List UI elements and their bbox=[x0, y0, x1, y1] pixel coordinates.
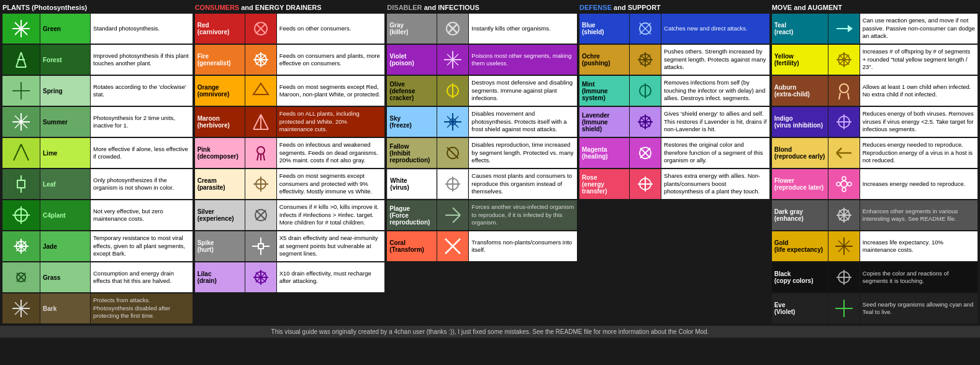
spring-name: Spring bbox=[40, 76, 90, 106]
lavender-name: Lavender(Immune shield) bbox=[579, 107, 629, 137]
red-name: Red(carnivore) bbox=[195, 14, 245, 44]
plant-spring: Spring Rotates according to the 'clockwi… bbox=[2, 76, 193, 106]
bark-color bbox=[2, 293, 40, 323]
svg-line-44 bbox=[253, 114, 261, 129]
plant-green: Green Standard photosynthesis. bbox=[2, 14, 193, 44]
forest-desc: Improved photosynthesis if this plant to… bbox=[91, 45, 193, 75]
yellow-desc: Increases # of offspring by # of segment… bbox=[860, 45, 978, 75]
blond-desc: Reduces energy needed to reproduce. Repr… bbox=[860, 138, 978, 168]
eve-icon bbox=[834, 298, 854, 318]
lavender-icon-box bbox=[630, 107, 661, 137]
auburn-desc: Allows at least 1 own child when infecte… bbox=[860, 76, 978, 106]
plant-leaf: Leaf Only photosynthesizes if the organi… bbox=[2, 169, 193, 199]
darkgray-desc: Enhances other segments in various inter… bbox=[860, 200, 978, 230]
defense-mint: Mint(Immune system) Removes infections f… bbox=[579, 76, 769, 106]
svg-point-131 bbox=[837, 182, 840, 186]
blue-desc: Catches new and direct attacks. bbox=[661, 14, 769, 44]
white-icon-box bbox=[437, 169, 468, 199]
yellow-name: Yellow(fertility) bbox=[772, 45, 828, 75]
plant-summer: Summer Photosynthesis for 2 time units, … bbox=[2, 107, 193, 137]
move-intro-name: Teal(react) bbox=[772, 14, 828, 44]
yellow-icon-box bbox=[828, 45, 860, 75]
plant-c4plant: C4plant Not very effective, but zero mai… bbox=[2, 200, 193, 230]
lime-icon bbox=[11, 143, 31, 163]
pink-desc: Feeds on infectious and weakened segment… bbox=[277, 138, 385, 168]
plague-icon bbox=[443, 205, 463, 225]
leaf-name: Leaf bbox=[40, 169, 90, 199]
silver-icon bbox=[251, 205, 271, 225]
disabler-fallow: Fallow(Inhibit reproduction) Disables re… bbox=[387, 138, 577, 168]
spring-icon bbox=[11, 81, 31, 101]
ochre-icon bbox=[635, 50, 655, 70]
svg-line-15 bbox=[14, 144, 21, 160]
summer-color bbox=[2, 107, 40, 137]
gold-icon bbox=[834, 236, 854, 256]
pink-icon-box bbox=[245, 138, 276, 168]
defense-ochre: Ochre(pushing) Pushes others. Strength i… bbox=[579, 45, 769, 75]
magenta-icon-box bbox=[630, 138, 661, 168]
violet-desc: Poisons most other segments, making them… bbox=[469, 45, 577, 75]
cream-icon bbox=[251, 174, 271, 194]
consumer-cream: Cream(parasite) Feeds on most segments e… bbox=[195, 169, 385, 199]
disabler-sky: Sky(freeze) Disables movement and photos… bbox=[387, 107, 577, 137]
svg-rect-16 bbox=[17, 180, 25, 188]
maroon-icon-box bbox=[245, 107, 276, 137]
gray-icon bbox=[443, 19, 463, 39]
pink-name: Pink(decomposer) bbox=[195, 138, 245, 168]
spike-name: Spike(hurt) bbox=[195, 231, 245, 261]
svg-point-119 bbox=[840, 84, 848, 93]
blue-icon-box bbox=[630, 14, 661, 44]
consumers-header: CONSUMERS and ENERGY DRAINERS bbox=[195, 2, 385, 12]
grass-desc: Consumption and energy drain effects tha… bbox=[91, 262, 193, 292]
indigo-icon bbox=[834, 112, 854, 132]
defense-magenta: Magenta(healing) Restores the original c… bbox=[579, 138, 769, 168]
svg-line-43 bbox=[261, 114, 268, 129]
olive-name: Olive(defense cracker) bbox=[387, 76, 437, 106]
grass-name: Grass bbox=[40, 262, 90, 292]
maroon-icon bbox=[251, 112, 271, 132]
green-icon bbox=[11, 19, 31, 39]
disabler-coral: Coral(Transform) Transforms non-plants/c… bbox=[387, 231, 577, 261]
summer-desc: Photosynthesis for 2 time units, inactiv… bbox=[91, 107, 193, 137]
sky-icon-box bbox=[437, 107, 468, 137]
footer-text: This visual guide was originally created… bbox=[271, 328, 709, 335]
move-blond: Blond(reproduce early) Reduces energy ne… bbox=[772, 138, 978, 168]
mint-desc: Removes infections from self (by touchin… bbox=[661, 76, 769, 106]
consumer-red: Red(carnivore) Feeds on other consumers. bbox=[195, 14, 385, 44]
blond-icon-box bbox=[828, 138, 860, 168]
lime-color bbox=[2, 138, 40, 168]
mint-icon bbox=[635, 81, 655, 101]
defense-header: DEFENSE and SUPPORT bbox=[579, 2, 769, 12]
bark-desc: Protects from attacks. Photosynthesis di… bbox=[91, 293, 193, 323]
plant-lime: Lime More effective if alone, less effec… bbox=[2, 138, 193, 168]
auburn-icon bbox=[834, 81, 854, 101]
lime-name: Lime bbox=[40, 138, 90, 168]
svg-point-128 bbox=[841, 181, 847, 187]
move-intro-icon-box bbox=[828, 14, 860, 44]
svg-point-47 bbox=[257, 147, 265, 154]
fire-icon-box bbox=[245, 45, 276, 75]
sky-icon bbox=[443, 112, 463, 132]
svg-line-121 bbox=[848, 93, 849, 99]
fallow-icon bbox=[443, 143, 463, 163]
fallow-name: Fallow(Inhibit reproduction) bbox=[387, 138, 437, 168]
move-yellow: Yellow(fertility) Increases # of offspri… bbox=[772, 45, 978, 75]
bark-name: Bark bbox=[40, 293, 90, 323]
red-icon bbox=[251, 19, 271, 39]
summer-name: Summer bbox=[40, 107, 90, 137]
gold-desc: Increases life expectancy. 10% maintenan… bbox=[860, 231, 978, 261]
blue-name: Blue(shield) bbox=[579, 14, 629, 44]
white-desc: Causes most plants and consumers to repr… bbox=[469, 169, 577, 199]
disabler-white: White(virus) Causes most plants and cons… bbox=[387, 169, 577, 199]
consumer-fire: Fire(generalist) Feeds on consumers and … bbox=[195, 45, 385, 75]
lavender-icon bbox=[635, 112, 655, 132]
ochre-desc: Pushes others. Strength increased by seg… bbox=[661, 45, 769, 75]
silver-desc: Consumes if # kills >0, kills improve it… bbox=[277, 200, 385, 230]
svg-marker-113 bbox=[848, 25, 853, 32]
maroon-name: Maroon(herbivore) bbox=[195, 107, 245, 137]
red-icon-box bbox=[245, 14, 276, 44]
defense-rose: Rose(energy transfer) Shares extra energ… bbox=[579, 169, 769, 199]
c4plant-name: C4plant bbox=[40, 200, 90, 230]
move-flower: Flower(reproduce later) Increases energy… bbox=[772, 169, 978, 199]
rose-icon-box bbox=[630, 169, 661, 199]
